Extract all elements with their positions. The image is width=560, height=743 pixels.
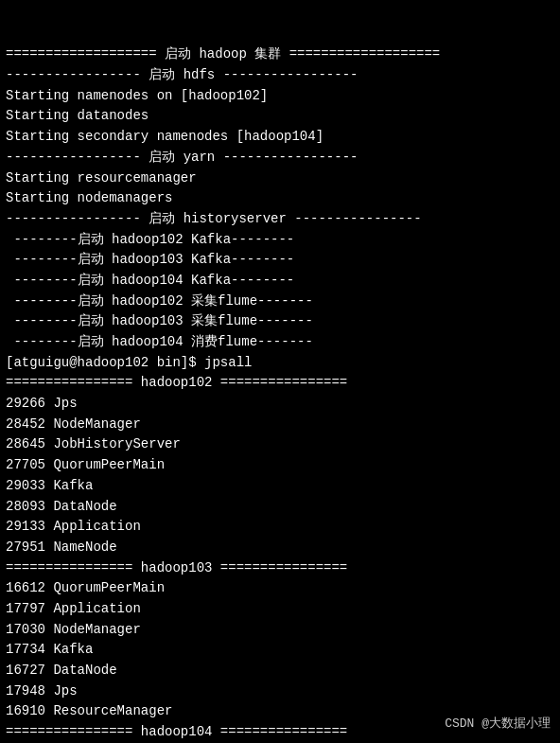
terminal-line: --------启动 hadoop103 采集flume-------	[6, 311, 554, 332]
terminal-line: ================ hadoop103 =============…	[6, 558, 554, 579]
terminal-line: 29133 Application	[6, 517, 554, 538]
terminal-line: 27951 NameNode	[6, 538, 554, 558]
terminal-line: --------启动 hadoop102 采集flume-------	[6, 292, 554, 312]
terminal-line: Starting resourcemanager	[6, 168, 554, 189]
terminal-line: --------启动 hadoop102 Kafka--------	[6, 230, 554, 251]
terminal-line: --------启动 hadoop103 Kafka--------	[6, 250, 554, 271]
terminal-line: 17797 Application	[6, 599, 554, 620]
terminal-line: 17948 Jps	[6, 681, 554, 702]
terminal-line: Starting nodemanagers	[6, 188, 554, 209]
terminal-window: =================== 启动 hadoop 集群 =======…	[0, 0, 560, 743]
terminal-line: 29033 Kafka	[6, 476, 554, 497]
terminal-line: ----------------- 启动 hdfs --------------…	[6, 65, 554, 86]
watermark: CSDN @大数据小理	[445, 715, 551, 732]
terminal-line: 16727 DataNode	[6, 661, 554, 681]
terminal-line: 28452 NodeManager	[6, 415, 554, 435]
terminal-line: ----------------- 启动 yarn --------------…	[6, 148, 554, 168]
terminal-line: =================== 启动 hadoop 集群 =======…	[6, 44, 554, 65]
terminal-line: --------启动 hadoop104 Kafka--------	[6, 271, 554, 292]
terminal-line: 29266 Jps	[6, 394, 554, 415]
terminal-line: 28645 JobHistoryServer	[6, 434, 554, 455]
terminal-line: --------启动 hadoop104 消费flume-------	[6, 332, 554, 353]
terminal-line: 28093 DataNode	[6, 497, 554, 518]
terminal-line: Starting datanodes	[6, 106, 554, 127]
terminal-line: 27705 QuorumPeerMain	[6, 455, 554, 476]
terminal-line: Starting namenodes on [hadoop102]	[6, 86, 554, 107]
terminal-line: ================ hadoop102 =============…	[6, 373, 554, 394]
terminal-line: [atguigu@hadoop102 bin]$ jpsall	[6, 353, 554, 374]
terminal-line: 16612 QuorumPeerMain	[6, 578, 554, 599]
terminal-line: 17734 Kafka	[6, 640, 554, 661]
terminal-line: 17030 NodeManager	[6, 620, 554, 641]
terminal-line: Starting secondary namenodes [hadoop104]	[6, 127, 554, 148]
terminal-line: ----------------- 启动 historyserver -----…	[6, 209, 554, 230]
terminal-content: =================== 启动 hadoop 集群 =======…	[6, 4, 554, 743]
